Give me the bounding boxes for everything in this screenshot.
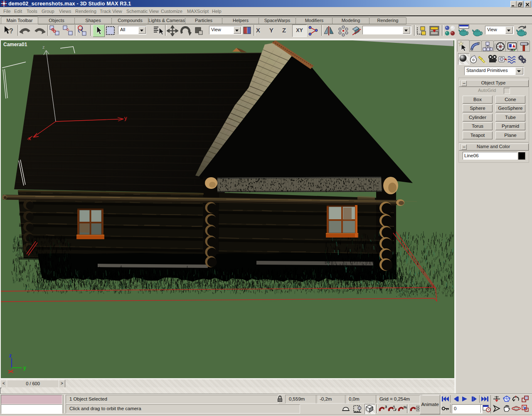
svg-text:z: z — [9, 353, 12, 359]
svg-text:%: % — [404, 405, 407, 409]
svg-text:?: ? — [9, 27, 13, 35]
svg-text:x: x — [28, 135, 31, 141]
svg-text:Camera01: Camera01 — [3, 42, 27, 47]
svg-text:3: 3 — [385, 405, 387, 409]
svg-text:z: z — [42, 45, 45, 50]
svg-text:y: y — [124, 115, 127, 121]
svg-text:y: y — [23, 365, 26, 371]
